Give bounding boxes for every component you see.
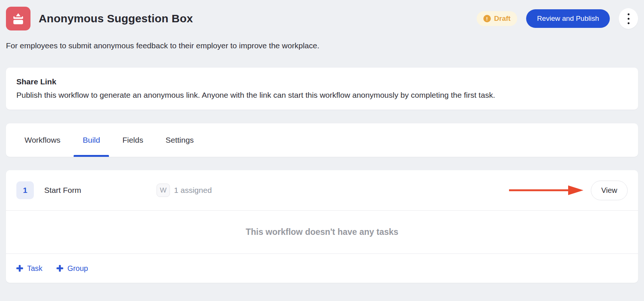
page-header: Anonymous Suggestion Box ! Draft Review … bbox=[6, 7, 638, 30]
plus-icon bbox=[57, 265, 63, 272]
step-number-badge: 1 bbox=[16, 181, 34, 199]
alert-circle-icon: ! bbox=[483, 15, 491, 22]
tab-bar: Workflows Build Fields Settings bbox=[6, 123, 638, 157]
header-actions: ! Draft Review and Publish bbox=[477, 8, 638, 29]
assigned-count-label: 1 assigned bbox=[174, 186, 212, 195]
build-panel: 1 Start Form W 1 assigned View This work… bbox=[6, 170, 638, 283]
avatar: W bbox=[157, 184, 170, 197]
review-and-publish-button[interactable]: Review and Publish bbox=[526, 9, 610, 28]
tab-settings[interactable]: Settings bbox=[157, 123, 203, 157]
tab-workflows[interactable]: Workflows bbox=[16, 123, 69, 157]
add-group-label: Group bbox=[67, 264, 88, 273]
share-link-title: Share Link bbox=[16, 77, 628, 86]
red-arrow-annotation bbox=[508, 184, 584, 196]
task-title: Start Form bbox=[44, 186, 157, 195]
ballot-box-icon bbox=[6, 7, 30, 30]
status-badge: ! Draft bbox=[477, 11, 517, 26]
add-group-button[interactable]: Group bbox=[57, 264, 88, 273]
view-button[interactable]: View bbox=[591, 181, 628, 200]
empty-tasks-message: This workflow doesn't have any tasks bbox=[6, 211, 638, 253]
workflow-description: For employees to submit anonymous feedba… bbox=[6, 40, 638, 51]
share-link-card: Share Link Publish this workflow to gene… bbox=[6, 68, 638, 110]
status-badge-label: Draft bbox=[494, 14, 511, 23]
add-task-label: Task bbox=[27, 264, 42, 273]
add-task-button[interactable]: Task bbox=[16, 264, 42, 273]
share-link-description: Publish this workflow to generate an ano… bbox=[16, 91, 628, 100]
builder-footer: Task Group bbox=[6, 254, 638, 283]
tab-build[interactable]: Build bbox=[74, 123, 109, 157]
kebab-menu-icon[interactable] bbox=[619, 8, 638, 29]
tab-fields[interactable]: Fields bbox=[113, 123, 152, 157]
assignee-group: W 1 assigned bbox=[157, 184, 212, 197]
plus-icon bbox=[16, 265, 23, 272]
start-form-row[interactable]: 1 Start Form W 1 assigned View bbox=[6, 170, 638, 210]
page-title: Anonymous Suggestion Box bbox=[39, 12, 193, 25]
workflow-page: Anonymous Suggestion Box ! Draft Review … bbox=[0, 0, 644, 283]
